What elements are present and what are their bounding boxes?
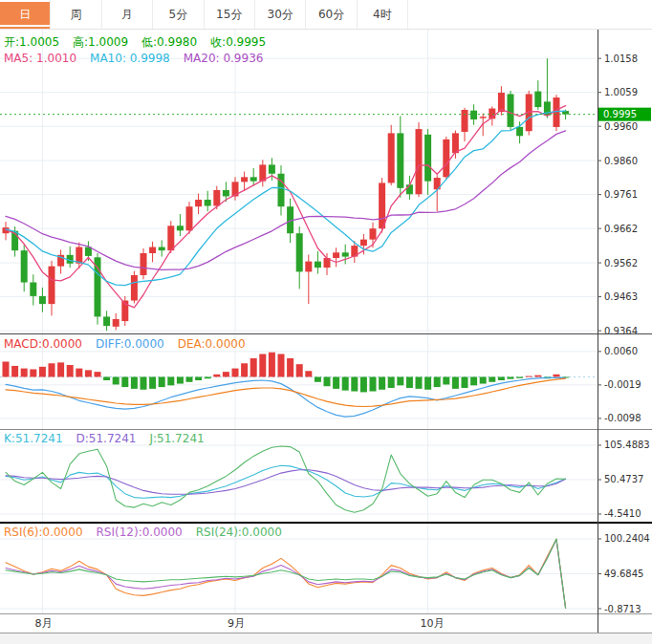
chart-area: 0.99951.01581.00590.99600.98600.97610.96…	[0, 30, 652, 644]
tab-label: 5分	[169, 7, 188, 23]
candle-50	[462, 110, 468, 132]
candle-46	[424, 135, 431, 182]
tab-timeframe-0[interactable]: 日	[0, 0, 51, 29]
rsi-ytick-0: 100.2404	[604, 533, 650, 544]
candle-55	[508, 94, 514, 126]
price-ytick-3: 0.9860	[604, 156, 638, 166]
tab-timeframe-5[interactable]: 30分	[255, 0, 306, 29]
candle-14	[131, 275, 138, 301]
tab-label: 60分	[318, 7, 344, 23]
candle-45	[416, 129, 423, 194]
candle-26	[241, 177, 248, 182]
tab-timeframe-6[interactable]: 60分	[306, 0, 357, 29]
candle-10	[95, 257, 101, 316]
x-axis-month-0: 8月	[34, 617, 52, 630]
candle-32	[296, 233, 303, 271]
price-ytick-5: 0.9662	[604, 224, 638, 234]
candle-40	[370, 228, 377, 239]
candle-24	[223, 190, 229, 196]
tab-label: 日	[19, 7, 31, 23]
candle-52	[480, 117, 487, 118]
candle-22	[205, 200, 211, 205]
candle-16	[149, 247, 156, 253]
candle-56	[516, 127, 523, 136]
tab-label: 周	[71, 7, 82, 23]
tab-timeframe-2[interactable]: 月	[102, 0, 153, 29]
macd-ytick-0: 0.0060	[604, 346, 638, 356]
price-ytick-6: 0.9562	[604, 258, 638, 268]
price-ytick-2: 0.9960	[604, 121, 638, 132]
price-ytick-0: 1.0158	[604, 54, 638, 64]
x-axis-month-1: 9月	[228, 617, 245, 630]
macd-ytick-1: -0.0019	[604, 379, 641, 390]
tab-label: 月	[121, 7, 133, 23]
candle-37	[342, 252, 349, 256]
candle-48	[443, 140, 449, 177]
candle-42	[388, 133, 395, 182]
candle-8	[76, 247, 82, 264]
tab-label: 30分	[268, 7, 293, 23]
price-ytick-1: 1.0059	[604, 87, 638, 97]
rsi-ytick-2: -0.8713	[604, 604, 641, 614]
candle-15	[141, 253, 147, 275]
candle-43	[397, 133, 403, 187]
price-ytick-8: 0.9364	[604, 326, 638, 336]
x-axis-month-2: 10月	[421, 617, 445, 630]
candle-18	[167, 225, 174, 250]
candle-58	[534, 92, 541, 108]
candle-29	[269, 164, 275, 173]
tab-label: 4时	[373, 7, 392, 23]
timeframe-tabbar: 日周月5分15分30分60分4时	[0, 0, 652, 30]
tab-timeframe-1[interactable]: 周	[51, 0, 101, 29]
candle-51	[470, 111, 477, 119]
tab-timeframe-3[interactable]: 5分	[153, 0, 204, 29]
candle-21	[195, 200, 202, 206]
candle-39	[360, 240, 367, 246]
candle-27	[250, 177, 257, 181]
candle-19	[177, 225, 184, 230]
kline-chart-svg: 0.99951.01581.00590.99600.98600.97610.96…	[0, 30, 652, 644]
candle-4	[39, 296, 46, 304]
candle-17	[159, 247, 165, 251]
candle-11	[103, 316, 110, 326]
candle-36	[333, 252, 339, 258]
candle-33	[305, 262, 312, 272]
last-price-label: 0.9995	[603, 109, 637, 119]
price-ytick-7: 0.9463	[604, 291, 638, 302]
candle-5	[49, 267, 55, 304]
tab-label: 15分	[216, 7, 242, 23]
tab-timeframe-7[interactable]: 4时	[358, 0, 408, 29]
kdj-ytick-2: -4.5410	[604, 508, 641, 519]
candle-12	[113, 319, 120, 327]
kline-app-window: 日周月5分15分30分60分4时 0.99951.01581.00590.996…	[0, 0, 652, 644]
candle-49	[452, 133, 459, 153]
candle-41	[379, 182, 385, 228]
candle-30	[278, 174, 285, 206]
candle-34	[315, 262, 321, 268]
macd-ytick-2: -0.0098	[604, 413, 641, 423]
price-ytick-4: 0.9761	[604, 189, 638, 200]
candle-23	[213, 190, 220, 206]
tab-timeframe-4[interactable]: 15分	[205, 0, 255, 29]
candle-3	[30, 283, 36, 296]
candle-2	[21, 250, 28, 282]
rsi-ytick-1: 49.6845	[604, 569, 643, 579]
kdj-ytick-1: 50.4737	[604, 474, 643, 484]
bottom-filler	[0, 633, 652, 644]
candle-20	[186, 206, 193, 230]
kdj-ytick-0: 105.4883	[604, 440, 650, 450]
